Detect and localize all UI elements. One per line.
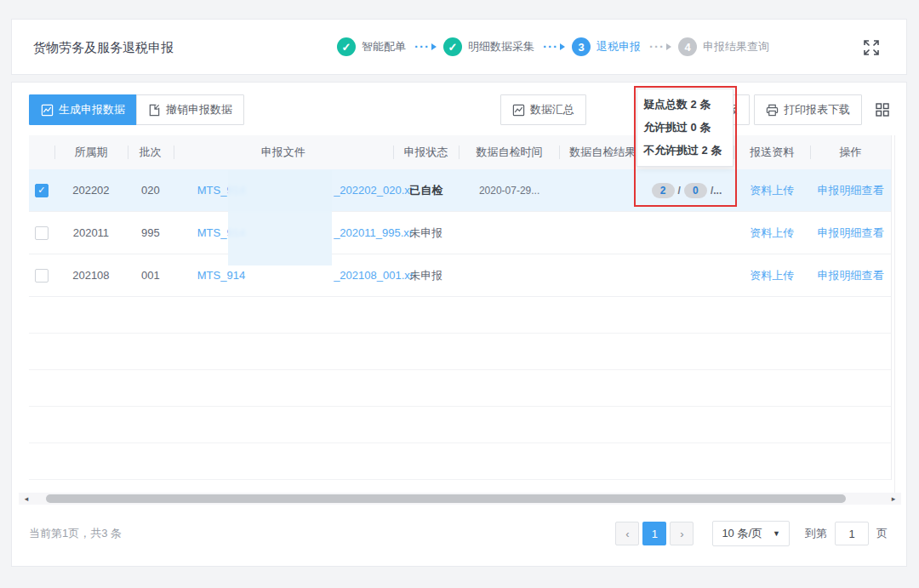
doubt-count-badge[interactable]: 0: [684, 183, 707, 198]
step-result-query: 4 申报结果查询: [678, 37, 769, 56]
step-number-icon: 3: [572, 37, 591, 56]
upload-material-link[interactable]: 资料上传: [750, 225, 794, 241]
table-header-row: 所属期 批次 申报文件 申报状态 数据自检时间 数据自检结果 报送资料 操作: [29, 135, 891, 169]
app-screen: 货物劳务及服务退税申报 ✓ 智能配单 ··· ✓ 明细数据采集 ··· 3 退税…: [0, 0, 919, 588]
page-number-button[interactable]: 1: [642, 522, 666, 545]
cell-period: 202202: [54, 169, 128, 211]
chart-image-icon: [512, 104, 525, 117]
step-smart-matching: ✓ 智能配单: [337, 37, 406, 56]
data-summary-button[interactable]: 数据汇总: [500, 94, 586, 125]
pagination-summary: 当前第1页，共3 条: [29, 526, 122, 541]
cell-check-result: [560, 212, 734, 254]
check-circle-icon: ✓: [443, 37, 462, 56]
table-empty-row: [29, 370, 891, 407]
doubt-allowed-line: 允许挑过 0 条: [643, 120, 727, 135]
step-connector-arrow-icon: ···: [543, 43, 565, 51]
doubt-not-allowed-line: 不允许挑过 2 条: [643, 143, 727, 158]
scroll-left-icon[interactable]: ◂: [20, 493, 32, 505]
header-file: 申报文件: [174, 135, 393, 169]
revoke-icon: [148, 104, 161, 117]
column-settings-grid-icon[interactable]: [874, 101, 891, 118]
row-checkbox[interactable]: [35, 226, 49, 240]
cell-check-time: [460, 254, 560, 296]
revoke-declare-data-button[interactable]: 撤销申报数据: [136, 94, 244, 125]
prev-page-button[interactable]: ‹: [615, 522, 639, 545]
table-row: 202011 995 MTS_914_202011_995.xr 未申报 资料上…: [29, 212, 891, 254]
table-empty-row: [29, 443, 891, 480]
header-check-time: 数据自检时间: [459, 135, 559, 169]
table-empty-row: [29, 297, 891, 334]
cell-check-time: 2020-07-29...: [460, 169, 560, 211]
cell-batch: 020: [128, 169, 174, 211]
cell-batch: 995: [128, 212, 174, 254]
next-page-button[interactable]: ›: [670, 522, 694, 545]
generate-declare-data-button[interactable]: 生成申报数据: [29, 94, 137, 125]
status-badge: 未申报: [409, 268, 442, 283]
header-checkbox-cell: [29, 135, 54, 169]
pagination-bar: 当前第1页，共3 条 ‹ 1 › 10 条/页 ▼ 到第 页: [29, 520, 888, 547]
page-unit-label: 页: [876, 526, 888, 541]
toolbar: 生成申报数据 撤销申报数据 数据汇总 正式申报: [29, 94, 891, 125]
redacted-blur-patch: [228, 170, 332, 265]
doubt-count-badge[interactable]: 2: [652, 183, 675, 198]
check-circle-icon: ✓: [337, 37, 356, 56]
scrollbar-thumb[interactable]: [46, 494, 846, 503]
upload-material-link[interactable]: 资料上传: [750, 183, 794, 198]
pagination-controls: ‹ 1 › 10 条/页 ▼ 到第 页: [615, 521, 888, 546]
main-panel: 生成申报数据 撤销申报数据 数据汇总 正式申报: [11, 82, 907, 567]
cell-batch: 001: [128, 254, 174, 296]
cell-period: 202108: [54, 254, 128, 296]
step-connector-arrow-icon: ···: [649, 43, 671, 51]
row-checkbox[interactable]: ✓: [35, 184, 49, 197]
row-checkbox[interactable]: [35, 269, 49, 283]
step-connector-arrow-icon: ···: [414, 43, 437, 51]
table-empty-row: [29, 334, 891, 370]
chart-image-icon: [41, 104, 54, 117]
printer-icon: [766, 104, 779, 117]
goto-page-label: 到第: [805, 526, 827, 541]
view-declare-detail-link[interactable]: 申报明细查看: [818, 268, 884, 283]
print-report-download-button[interactable]: 打印报表下载: [754, 94, 862, 125]
status-badge: 未申报: [409, 225, 442, 241]
step-number-icon: 4: [678, 37, 697, 56]
scroll-right-icon[interactable]: ▸: [888, 493, 899, 505]
file-link[interactable]: MTS_914_202108_001.xr: [197, 269, 414, 282]
step-tax-refund-declare: 3 退税申报: [572, 37, 641, 56]
status-badge: 已自检: [409, 183, 442, 198]
declare-table: 所属期 批次 申报文件 申报状态 数据自检时间 数据自检结果 报送资料 操作: [29, 135, 892, 480]
cell-period: 202011: [54, 212, 128, 254]
fullscreen-icon[interactable]: [862, 38, 881, 57]
doubt-total-line: 疑点总数 2 条: [643, 97, 727, 112]
doubt-summary-tooltip: 疑点总数 2 条 允许挑过 0 条 不允许挑过 2 条: [636, 88, 733, 167]
header-send-material: 报送资料: [733, 135, 810, 169]
view-declare-detail-link[interactable]: 申报明细查看: [818, 225, 884, 241]
header-period: 所属期: [54, 135, 128, 169]
table-empty-row: [29, 407, 891, 443]
horizontal-scrollbar[interactable]: ◂ ▸: [19, 493, 901, 505]
header-batch: 批次: [128, 135, 174, 169]
step-detail-collection: ✓ 明细数据采集: [443, 37, 534, 56]
page-size-select[interactable]: 10 条/页 ▼: [712, 521, 790, 546]
header-status: 申报状态: [393, 135, 460, 169]
table-row: 202108 001 MTS_914_202108_001.xr 未申报 资料上…: [29, 254, 891, 297]
header-panel: 货物劳务及服务退税申报 ✓ 智能配单 ··· ✓ 明细数据采集 ··· 3 退税…: [11, 19, 907, 75]
caret-down-icon: ▼: [773, 529, 780, 538]
cell-check-time: [460, 212, 560, 254]
page-title: 货物劳务及服务退税申报: [33, 40, 174, 56]
view-declare-detail-link[interactable]: 申报明细查看: [818, 183, 884, 198]
step-indicator: ✓ 智能配单 ··· ✓ 明细数据采集 ··· 3 退税申报 ··· 4 申报结…: [337, 20, 769, 74]
table-right-divider: [894, 135, 895, 493]
cell-check-result: [560, 254, 734, 296]
cell-check-result: 2 / 0 /...: [560, 169, 734, 211]
header-action: 操作: [810, 135, 891, 169]
upload-material-link[interactable]: 资料上传: [750, 268, 794, 283]
table-row: ✓ 202202 020 MTS_914_202202_020.xr 已自检 2…: [29, 169, 891, 212]
goto-page-input[interactable]: [835, 522, 869, 545]
